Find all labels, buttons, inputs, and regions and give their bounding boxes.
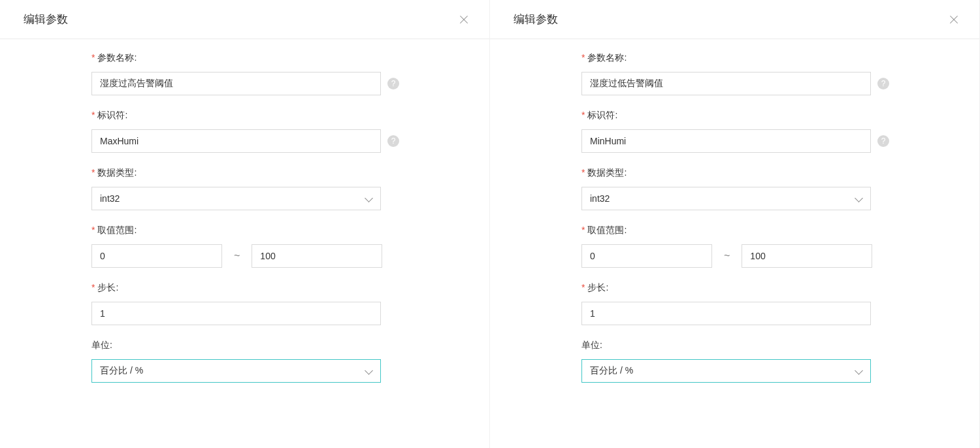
edit-parameter-panel-right: 编辑参数 *参数名称: ? *标识符: ? *数据类型: [490,0,980,448]
close-icon[interactable] [948,14,960,25]
datatype-select[interactable]: int32 [581,187,871,210]
step-input[interactable] [91,302,381,325]
range-separator: ~ [234,250,240,262]
identifier-label: *标识符: [581,110,979,121]
range-label: *取值范围: [581,225,979,236]
param-name-label: *参数名称: [581,52,979,64]
range-max-input[interactable] [742,244,872,268]
help-icon[interactable]: ? [877,135,889,147]
datatype-label: *数据类型: [91,167,489,179]
datatype-select[interactable]: int32 [91,187,381,210]
unit-label: 单位: [91,340,489,351]
chevron-down-icon [366,195,372,202]
chevron-down-icon [366,368,372,374]
range-min-input[interactable] [91,244,222,268]
param-name-input[interactable] [91,72,381,95]
range-separator: ~ [724,250,730,262]
unit-select[interactable]: 百分比 / % [581,359,871,383]
range-max-input[interactable] [252,244,382,268]
param-name-label: *参数名称: [91,52,489,64]
range-label: *取值范围: [91,225,489,236]
param-name-input[interactable] [581,72,871,95]
identifier-input[interactable] [91,129,381,153]
unit-select[interactable]: 百分比 / % [91,359,381,383]
step-label: *步长: [91,282,489,294]
help-icon[interactable]: ? [877,78,889,89]
help-icon[interactable]: ? [387,135,399,147]
identifier-input[interactable] [581,129,871,153]
chevron-down-icon [856,195,862,202]
edit-parameter-panel-left: 编辑参数 *参数名称: ? *标识符: ? *数据类型: [0,0,490,448]
step-label: *步长: [581,282,979,294]
range-min-input[interactable] [581,244,712,268]
panel-title: 编辑参数 [24,12,68,27]
unit-label: 单位: [581,340,979,351]
chevron-down-icon [856,368,862,374]
identifier-label: *标识符: [91,110,489,121]
help-icon[interactable]: ? [387,78,399,89]
close-icon[interactable] [458,14,470,25]
datatype-label: *数据类型: [581,167,979,179]
panel-title: 编辑参数 [514,12,558,27]
step-input[interactable] [581,302,871,325]
